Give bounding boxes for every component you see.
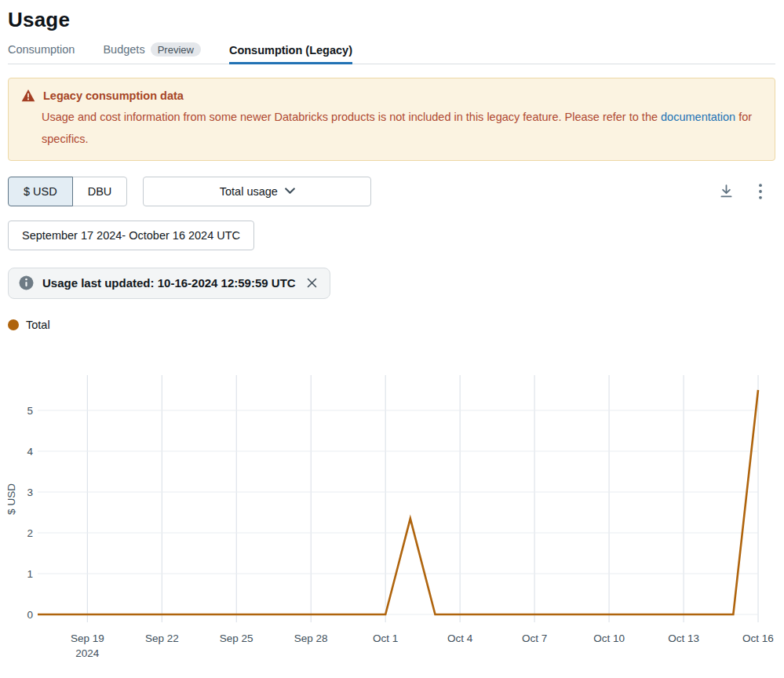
svg-text:2024: 2024 <box>75 647 100 659</box>
svg-text:Oct 16: Oct 16 <box>742 632 774 644</box>
warning-body: Usage and cost information from some new… <box>42 106 762 151</box>
tab-consumption[interactable]: Consumption <box>8 42 75 64</box>
svg-text:1: 1 <box>27 567 33 579</box>
svg-text:3: 3 <box>27 486 33 498</box>
legacy-warning-banner: Legacy consumption data Usage and cost i… <box>8 78 775 161</box>
svg-text:4: 4 <box>27 445 33 457</box>
svg-text:Oct 4: Oct 4 <box>447 632 473 644</box>
unit-toggle-group: $ USD DBU <box>8 177 127 206</box>
chevron-down-icon <box>285 188 295 195</box>
tab-bar: Consumption Budgets Preview Consumption … <box>8 42 775 64</box>
download-icon <box>718 183 735 199</box>
usd-toggle-button[interactable]: $ USD <box>8 177 73 206</box>
svg-text:2: 2 <box>27 527 33 538</box>
info-icon <box>19 275 34 290</box>
warning-body-text-start: Usage and cost information from some new… <box>42 111 661 123</box>
svg-text:Oct 1: Oct 1 <box>373 632 398 644</box>
svg-text:$ USD: $ USD <box>5 483 17 514</box>
usage-updated-banner: Usage last updated: 10-16-2024 12:59:59 … <box>8 268 330 299</box>
date-range-button[interactable]: September 17 2024- October 16 2024 UTC <box>8 221 254 250</box>
warning-header: Legacy consumption data <box>21 89 762 103</box>
svg-text:Sep 22: Sep 22 <box>145 632 179 644</box>
svg-text:Oct 13: Oct 13 <box>668 632 699 644</box>
warning-title: Legacy consumption data <box>43 89 184 102</box>
toolbar-icons <box>716 180 765 202</box>
svg-text:0: 0 <box>27 608 33 620</box>
tab-consumption-label: Consumption <box>8 43 75 56</box>
dismiss-banner-button[interactable] <box>304 275 319 290</box>
tab-budgets-label: Budgets <box>103 43 144 56</box>
metric-dropdown-value: Total usage <box>220 185 278 198</box>
chart-canvas[interactable]: 012345Sep 192024Sep 22Sep 25Sep 28Oct 1O… <box>0 366 784 678</box>
legend-total-label: Total <box>26 319 50 331</box>
svg-text:5: 5 <box>27 404 33 416</box>
svg-text:Sep 28: Sep 28 <box>294 632 328 644</box>
tab-consumption-legacy-label: Consumption (Legacy) <box>229 44 352 56</box>
usage-line-chart[interactable]: 012345Sep 192024Sep 22Sep 25Sep 28Oct 1O… <box>0 366 784 678</box>
svg-text:Oct 7: Oct 7 <box>522 632 547 644</box>
chart-legend: Total <box>8 319 775 331</box>
usage-page: Usage Consumption Budgets Preview Consum… <box>8 0 775 678</box>
kebab-menu-icon <box>758 183 763 200</box>
usage-updated-text: Usage last updated: 10-16-2024 12:59:59 … <box>42 276 296 290</box>
controls-row: $ USD DBU Total usage <box>8 177 775 206</box>
preview-badge: Preview <box>151 42 201 56</box>
svg-text:Oct 10: Oct 10 <box>593 632 625 644</box>
documentation-link[interactable]: documentation <box>661 111 735 123</box>
tab-budgets[interactable]: Budgets Preview <box>103 42 200 64</box>
dbu-toggle-button[interactable]: DBU <box>72 177 128 206</box>
more-options-button[interactable] <box>756 180 765 202</box>
page-title: Usage <box>8 0 775 32</box>
warning-triangle-icon <box>21 89 35 103</box>
svg-text:Sep 19: Sep 19 <box>71 632 104 644</box>
svg-text:Sep 25: Sep 25 <box>220 632 253 644</box>
metric-dropdown[interactable]: Total usage <box>143 177 371 206</box>
tab-consumption-legacy[interactable]: Consumption (Legacy) <box>229 42 352 64</box>
close-icon <box>306 277 318 289</box>
legend-total-swatch <box>8 319 19 330</box>
download-button[interactable] <box>716 180 737 202</box>
